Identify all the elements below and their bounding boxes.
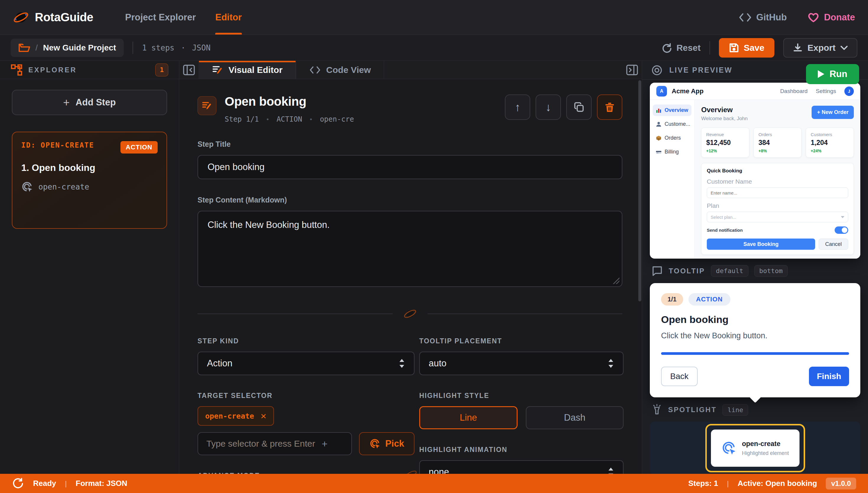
click-target-icon [369, 438, 381, 449]
github-link[interactable]: GitHub [739, 12, 787, 23]
status-active-step: Active: Open booking [738, 479, 817, 488]
notification-toggle[interactable] [834, 227, 848, 234]
scrollbar-thumb[interactable] [638, 80, 641, 301]
add-step-button[interactable]: + Add Step [12, 90, 167, 115]
tooltip-title: Open booking [661, 314, 849, 325]
nav-link-project-explorer[interactable]: Project Explorer [125, 0, 196, 35]
delete-step-button[interactable] [597, 94, 622, 120]
status-separator: | [727, 479, 729, 488]
nav-right: GitHub Donate [739, 12, 855, 23]
donate-button[interactable]: Donate [807, 12, 855, 23]
step-id-label: ID: OPEN-CREATE [21, 141, 94, 149]
mini-app-body: Overview Custome... [650, 100, 860, 259]
cancel-button[interactable]: Cancel [819, 238, 848, 250]
run-button[interactable]: Run [806, 64, 859, 84]
new-order-button[interactable]: + New Order [811, 106, 854, 119]
tooltip-badges: 1/1 ACTION [661, 293, 849, 305]
save-button[interactable]: Save [719, 38, 775, 58]
pick-element-button[interactable]: Pick [359, 432, 414, 455]
highlight-style-dash-button[interactable]: Dash [526, 406, 624, 429]
click-target-icon [21, 181, 33, 193]
move-step-up-button[interactable]: ↑ [505, 94, 530, 120]
step-actions: ↑ ↓ [505, 94, 622, 120]
selector-chip: open-create × [197, 406, 274, 426]
section-divider [197, 307, 622, 321]
tooltip-section-title: TOOLTIP [669, 267, 705, 275]
toolbar-actions: Reset Save Export [661, 38, 858, 58]
quick-booking-actions: Save Booking Cancel [707, 238, 848, 250]
selector-placeholder: Type selector & press Enter [207, 439, 315, 449]
duplicate-step-button[interactable] [566, 94, 592, 120]
mini-nav-dashboard[interactable]: Dashboard [780, 88, 807, 94]
bar-chart-icon [656, 107, 661, 113]
tooltip-placement-label: TOOLTIP PLACEMENT [419, 337, 624, 345]
step-content-textarea[interactable]: Click the New Booking button. [197, 211, 622, 287]
highlight-animation-select[interactable]: none [419, 460, 624, 474]
tooltip-variant-chip: default [711, 265, 748, 277]
export-button[interactable]: Export [783, 38, 858, 58]
collapse-left-panel-button[interactable] [179, 61, 199, 79]
step-content-label: Step Content (Markdown) [197, 196, 622, 204]
meta-dot: • [266, 116, 269, 123]
tooltip-placement-select[interactable]: auto [419, 351, 624, 375]
settings-right-column: TOOLTIP PLACEMENT auto HIGHLIGHT STYLE L… [419, 321, 624, 474]
highlight-style-line-button[interactable]: Line [419, 406, 518, 429]
step-kind-select[interactable]: Action [197, 351, 414, 375]
play-icon [818, 70, 824, 78]
plan-select[interactable]: Select plan... [707, 212, 848, 222]
mini-welcome-text: Welcome back, John [701, 116, 747, 122]
advance-mode-label: ADVANCE MODE [197, 472, 414, 474]
tooltip-progress-fill [661, 352, 849, 355]
step-kind-label: STEP KIND [197, 337, 414, 345]
notification-label: Send notification [707, 228, 743, 233]
mini-sidebar-item-overview[interactable]: Overview [653, 105, 691, 116]
brand[interactable]: RotaGuide [13, 9, 93, 25]
person-icon [656, 121, 661, 127]
metric-card-customers: Customers 1,204 +24% [806, 128, 854, 158]
nav-link-editor[interactable]: Editor [215, 0, 242, 35]
mini-app-logo: A [656, 86, 667, 97]
spotlight-preview-area: open-create Highlighted element [650, 422, 860, 474]
status-separator: | [65, 479, 67, 488]
mini-sidebar-item-orders[interactable]: Orders [653, 132, 691, 144]
resize-grip[interactable] [613, 278, 620, 284]
preview-header: LIVE PREVIEW Run [642, 61, 868, 80]
meta-step: Step 1/1 [225, 115, 259, 123]
metric-card-orders: Orders 384 +8% [754, 128, 802, 158]
project-name: New Guide Project [43, 43, 116, 52]
remove-selector-icon[interactable]: × [261, 411, 267, 421]
mini-sidebar-item-billing[interactable]: Billing [653, 146, 691, 158]
save-floppy-icon [729, 43, 739, 53]
status-logo-icon [12, 477, 24, 490]
settings-left-column: STEP KIND Action TARGET SELECTOR open-cr… [197, 321, 414, 474]
mini-user-avatar[interactable]: J [844, 86, 854, 96]
mini-nav-settings[interactable]: Settings [816, 88, 836, 94]
editor-scrollbar[interactable] [638, 79, 641, 474]
selector-input[interactable]: Type selector & press Enter + [197, 432, 352, 455]
highlighted-element-card[interactable]: open-create Highlighted element [711, 430, 800, 467]
plus-icon: + [63, 96, 70, 109]
collapse-right-panel-button[interactable] [622, 61, 642, 79]
package-icon [656, 135, 661, 141]
save-booking-button[interactable]: Save Booking [707, 238, 815, 250]
steps-count: 1 steps [142, 43, 174, 52]
mini-metrics-row: Revenue $12,450 +12% Orders 384 +8% [701, 128, 854, 158]
reset-button[interactable]: Reset [661, 43, 701, 53]
step-title-input[interactable] [197, 155, 622, 179]
editor-scroll-area[interactable]: Open booking Step 1/1 • ACTION • open-cr… [179, 79, 642, 474]
mini-app-main: Overview Welcome back, John + New Order … [695, 100, 860, 259]
project-breadcrumb[interactable]: / New Guide Project [10, 39, 124, 57]
tab-visual-editor[interactable]: Visual Editor [199, 61, 296, 79]
mini-app-brand: Acme App [672, 87, 703, 95]
rotaguide-app: RotaGuide Project Explorer Editor GitHub [0, 0, 868, 493]
select-caret-icon [398, 358, 405, 368]
step-card-open-create[interactable]: ID: OPEN-CREATE ACTION 1. Open booking [12, 132, 167, 229]
tab-code-view[interactable]: Code View [296, 61, 384, 79]
settings-grid: STEP KIND Action TARGET SELECTOR open-cr… [197, 321, 622, 474]
explorer-body: + Add Step ID: OPEN-CREATE ACTION 1. Ope… [0, 79, 179, 239]
finish-button[interactable]: Finish [809, 367, 849, 386]
mini-sidebar-item-customers[interactable]: Custome... [653, 119, 691, 130]
move-step-down-button[interactable]: ↓ [536, 94, 561, 120]
customer-name-input[interactable] [707, 188, 848, 198]
back-button[interactable]: Back [661, 367, 698, 386]
